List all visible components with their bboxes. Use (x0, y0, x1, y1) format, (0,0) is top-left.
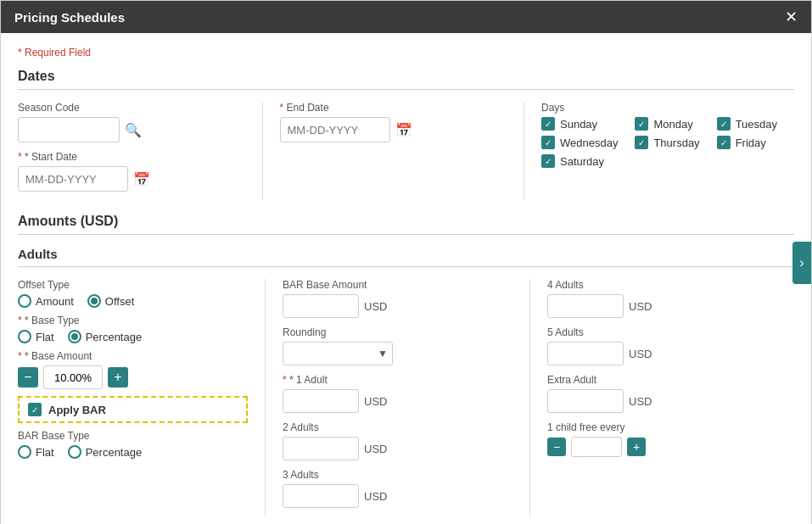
two-adults-currency: USD (364, 443, 387, 455)
modal-body: * Required Field Dates Season Code 🔍 (1, 33, 811, 524)
three-adults-amount-row: USD (283, 484, 512, 508)
day-friday: ✓ Friday (717, 136, 777, 149)
child-free-minus-button[interactable]: − (547, 438, 566, 456)
three-adults-field: 3 Adults USD (283, 469, 512, 508)
bar-percentage-radio[interactable] (68, 445, 81, 459)
bar-flat-option-label: Flat (36, 446, 54, 459)
modal-container: Pricing Schedules ✕ › * Required Field D… (0, 0, 812, 524)
bar-base-amount-input[interactable] (283, 294, 359, 318)
adults-col-3: 4 Adults USD 5 Adults USD Extr (547, 279, 794, 516)
offset-radio-label[interactable]: Offset (87, 294, 134, 308)
child-free-label: 1 child free every (547, 421, 777, 433)
extra-adult-label: Extra Adult (547, 374, 777, 386)
two-adults-input[interactable] (283, 437, 359, 460)
bar-flat-radio-label[interactable]: Flat (18, 445, 54, 459)
five-adults-currency: USD (629, 348, 652, 360)
three-adults-input[interactable] (283, 484, 359, 508)
end-date-field: * End Date 📅 (280, 102, 507, 142)
offset-type-row: Amount Offset (18, 294, 248, 308)
end-date-input-row: 📅 (280, 117, 507, 142)
child-free-input[interactable] (571, 437, 622, 457)
one-adult-currency: USD (364, 395, 387, 408)
base-amount-label: * * Base Amount (18, 350, 248, 362)
four-adults-label: 4 Adults (547, 279, 777, 291)
end-date-calendar-icon: 📅 (395, 123, 412, 137)
thursday-checkbox[interactable]: ✓ (635, 136, 648, 149)
day-tuesday: ✓ Tuesday (717, 117, 777, 131)
bar-base-amount-label: BAR Base Amount (283, 279, 512, 291)
season-code-search-button[interactable]: 🔍 (125, 122, 142, 138)
child-free-plus-button[interactable]: + (627, 438, 646, 456)
bar-percentage-radio-label[interactable]: Percentage (68, 445, 143, 459)
saturday-checkbox[interactable]: ✓ (541, 154, 555, 168)
base-type-row: Flat Percentage (18, 330, 248, 343)
amount-radio-label[interactable]: Amount (18, 294, 74, 308)
two-adults-label: 2 Adults (283, 421, 512, 433)
percentage-radio[interactable] (68, 330, 81, 343)
start-date-field: * * Start Date 📅 (18, 151, 245, 192)
flat-radio-label[interactable]: Flat (18, 330, 54, 343)
rounding-select-row: ▼ (283, 342, 512, 365)
five-adults-amount-row: USD (547, 342, 777, 365)
tuesday-label: Tuesday (736, 118, 777, 131)
day-wednesday: ✓ Wednesday (541, 136, 618, 149)
saturday-label: Saturday (560, 155, 604, 168)
amount-radio[interactable] (18, 294, 31, 308)
wednesday-label: Wednesday (560, 137, 618, 149)
child-free-field: 1 child free every − + (547, 421, 777, 457)
modal-close-button[interactable]: ✕ (785, 9, 798, 25)
four-adults-input[interactable] (547, 294, 624, 318)
offset-type-label: Offset Type (18, 279, 248, 291)
end-date-input[interactable] (280, 117, 390, 142)
child-free-row: − + (547, 437, 777, 457)
end-date-calendar-button[interactable]: 📅 (395, 122, 412, 138)
friday-checkbox[interactable]: ✓ (717, 136, 731, 149)
apply-bar-checkbox[interactable]: ✓ (28, 403, 42, 416)
offset-option-label: Offset (105, 295, 134, 308)
one-adult-label: * * 1 Adult (283, 374, 512, 386)
offset-radio[interactable] (87, 294, 101, 308)
sunday-checkbox[interactable]: ✓ (541, 117, 555, 131)
bar-flat-radio[interactable] (18, 445, 31, 459)
adults-grid: Offset Type Amount Offset (18, 279, 794, 516)
sunday-label: Sunday (560, 118, 597, 131)
rounding-select-wrapper: ▼ (283, 342, 393, 365)
monday-checkbox[interactable]: ✓ (635, 117, 648, 131)
day-sunday: ✓ Sunday (541, 117, 618, 131)
rounding-field: Rounding ▼ (283, 326, 512, 365)
base-amount-input[interactable] (43, 365, 103, 389)
dates-col-2: * End Date 📅 (280, 102, 525, 200)
start-date-calendar-button[interactable]: 📅 (133, 171, 150, 187)
required-note: * Required Field (18, 47, 794, 59)
side-nav-button[interactable]: › (792, 242, 811, 284)
three-adults-label: 3 Adults (283, 469, 512, 481)
monday-label: Monday (653, 118, 692, 131)
flat-radio[interactable] (18, 330, 31, 343)
bar-percentage-option-label: Percentage (86, 446, 143, 459)
season-code-field: Season Code 🔍 (18, 102, 245, 142)
adults-divider (18, 266, 794, 267)
season-code-input[interactable] (18, 117, 120, 142)
base-amount-row: − + (18, 365, 248, 389)
base-amount-minus-button[interactable]: − (18, 367, 38, 387)
tuesday-checkbox[interactable]: ✓ (717, 117, 731, 131)
five-adults-input[interactable] (547, 342, 624, 365)
start-date-input-row: 📅 (18, 166, 245, 192)
friday-label: Friday (736, 137, 766, 149)
extra-adult-input[interactable] (547, 389, 624, 413)
calendar-icon: 📅 (133, 172, 150, 187)
percentage-radio-label[interactable]: Percentage (68, 330, 143, 343)
day-monday: ✓ Monday (635, 117, 699, 131)
apply-bar-label: Apply BAR (48, 404, 106, 416)
rounding-select[interactable] (283, 342, 393, 365)
bar-base-type-label: BAR Base Type (18, 430, 248, 442)
one-adult-input[interactable] (283, 389, 359, 413)
amount-option-label: Amount (36, 295, 74, 308)
modal-header: Pricing Schedules ✕ (1, 1, 811, 33)
apply-bar-row: ✓ Apply BAR (18, 396, 248, 423)
rounding-label: Rounding (283, 326, 512, 338)
days-label: Days (541, 102, 777, 114)
start-date-input[interactable] (18, 166, 128, 192)
wednesday-checkbox[interactable]: ✓ (541, 136, 555, 149)
base-amount-plus-button[interactable]: + (108, 367, 128, 387)
